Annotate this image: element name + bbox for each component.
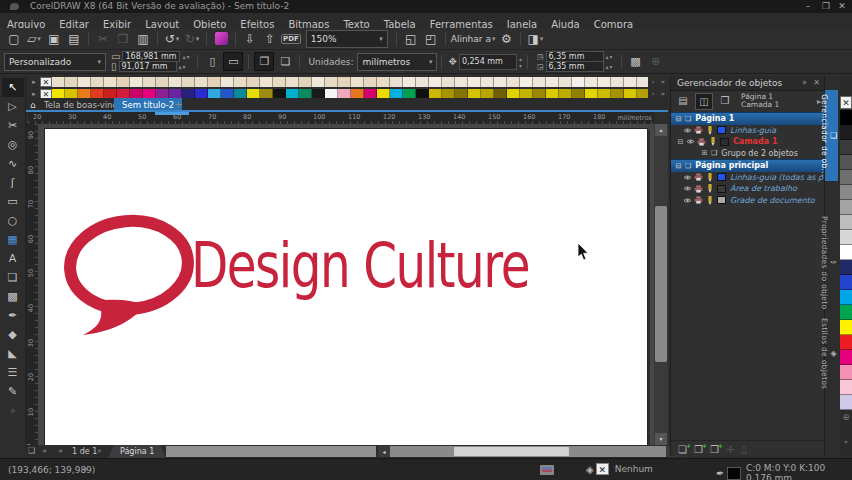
- first-page-button[interactable]: ◂: [58, 446, 62, 455]
- color-swatch[interactable]: [598, 77, 611, 87]
- tree-row-page[interactable]: ⊟❏Página 1: [671, 112, 825, 125]
- trash-button[interactable]: ▯: [741, 444, 747, 455]
- page-height-field[interactable]: 91,017 mm: [119, 61, 177, 72]
- nudge-field[interactable]: 0,254 mm: [459, 54, 517, 70]
- color-swatch[interactable]: [468, 89, 481, 99]
- options-gear-icon[interactable]: ⚙: [497, 30, 515, 48]
- palette-flyout-icon[interactable]: ▸: [28, 90, 40, 98]
- print-icon[interactable]: ▤: [65, 30, 83, 48]
- hscroll-left-button[interactable]: ◂: [378, 446, 390, 457]
- palette-expand-icon[interactable]: »: [840, 438, 852, 446]
- color-swatch[interactable]: [117, 89, 130, 99]
- color-swatch[interactable]: [182, 77, 195, 87]
- open-folder-icon[interactable]: ▱▾: [25, 30, 43, 48]
- restore-button[interactable]: ❐: [818, 0, 834, 12]
- undo-icon[interactable]: ↺▾: [163, 30, 181, 48]
- color-swatch[interactable]: [840, 110, 852, 125]
- copy-icon[interactable]: ❐: [114, 30, 132, 48]
- drawing-canvas[interactable]: Design Culture: [38, 124, 654, 445]
- tab-object-manager[interactable]: ❏Gerenciador de ob...: [825, 90, 838, 181]
- color-swatch[interactable]: [494, 77, 507, 87]
- color-swatch[interactable]: [840, 200, 852, 215]
- color-swatch[interactable]: [840, 170, 852, 185]
- drop-shadow-tool[interactable]: ❏: [2, 268, 24, 287]
- palette-scroll-icon[interactable]: ›: [648, 90, 658, 98]
- show-rulers-icon[interactable]: ◰: [422, 30, 440, 48]
- color-swatch[interactable]: [91, 77, 104, 87]
- color-swatch[interactable]: [169, 89, 182, 99]
- tab-object-properties[interactable]: ✑Propriedades do objeto: [825, 212, 838, 313]
- horizontal-scroll-thumb[interactable]: [454, 447, 569, 456]
- color-swatch[interactable]: [416, 77, 429, 87]
- color-swatch[interactable]: [840, 335, 852, 350]
- color-swatch[interactable]: [840, 350, 852, 365]
- color-swatch[interactable]: [455, 89, 468, 99]
- color-swatch[interactable]: [585, 77, 598, 87]
- color-swatch[interactable]: [840, 395, 852, 410]
- layer-name[interactable]: Linhas-guia: [730, 126, 776, 135]
- delete-layer-button[interactable]: ✛: [726, 444, 734, 455]
- edit-across-layers-button[interactable]: ◫: [695, 93, 713, 110]
- page-flip-icon[interactable]: ❏: [28, 446, 35, 455]
- redo-icon[interactable]: ↻▾: [183, 30, 201, 48]
- duplicate-x-stepper[interactable]: ▴▾: [606, 53, 614, 60]
- layer-color-swatch[interactable]: [720, 138, 729, 146]
- pdf-icon[interactable]: PDF: [281, 30, 301, 48]
- color-swatch[interactable]: [195, 77, 208, 87]
- color-swatch[interactable]: [546, 89, 559, 99]
- tree-row-layer[interactable]: Área de trabalho: [671, 183, 825, 195]
- layer-color-swatch[interactable]: [717, 126, 726, 134]
- docker-close-icon[interactable]: ✕: [813, 78, 820, 87]
- color-swatch[interactable]: [494, 89, 507, 99]
- color-swatch[interactable]: [403, 89, 416, 99]
- color-swatch[interactable]: [325, 89, 338, 99]
- color-swatch[interactable]: [840, 230, 852, 245]
- palette-expand-icon[interactable]: »: [658, 90, 668, 98]
- cut-icon[interactable]: ✂: [94, 30, 112, 48]
- visibility-eye-icon[interactable]: [682, 127, 693, 134]
- horizontal-scrollbar[interactable]: [390, 446, 666, 457]
- tree-row-layer[interactable]: Linhas-guia (todas as p: [671, 172, 825, 184]
- no-color-swatch[interactable]: ✕: [40, 89, 52, 99]
- color-swatch[interactable]: [247, 89, 260, 99]
- color-swatch[interactable]: [273, 77, 286, 87]
- transparency-tool[interactable]: ▩: [2, 287, 24, 306]
- layer-name[interactable]: Grade de documento: [730, 196, 815, 205]
- color-swatch[interactable]: [299, 77, 312, 87]
- color-swatch[interactable]: [624, 89, 637, 99]
- shape-tool[interactable]: ▷: [2, 97, 24, 116]
- width-stepper[interactable]: ▴▾: [182, 53, 190, 60]
- color-swatch[interactable]: [429, 77, 442, 87]
- editable-icon[interactable]: [707, 137, 718, 146]
- color-swatch[interactable]: [65, 77, 78, 87]
- palette-add-icon[interactable]: ⊕: [840, 412, 852, 422]
- color-swatch[interactable]: [507, 89, 520, 99]
- color-swatch[interactable]: [338, 89, 351, 99]
- color-swatch[interactable]: [507, 77, 520, 87]
- launcher-secondary-button[interactable]: ⊕: [647, 53, 665, 70]
- color-swatch[interactable]: [338, 77, 351, 87]
- height-stepper[interactable]: ▴▾: [179, 63, 187, 70]
- color-swatch[interactable]: [130, 89, 143, 99]
- page-preset-select[interactable]: Personalizado ▾: [4, 53, 106, 71]
- printable-icon[interactable]: [693, 173, 704, 181]
- color-swatch[interactable]: [624, 77, 637, 87]
- color-swatch[interactable]: [143, 77, 156, 87]
- treat-as-filled-button[interactable]: ▩: [627, 53, 645, 70]
- color-swatch[interactable]: [377, 89, 390, 99]
- color-swatch[interactable]: [840, 140, 852, 155]
- monitor-icon[interactable]: [540, 465, 554, 475]
- paste-icon[interactable]: ▥: [134, 30, 152, 48]
- tree-row-group[interactable]: ⊞❏Grupo de 2 objetos: [671, 148, 825, 160]
- color-swatch[interactable]: [325, 77, 338, 87]
- editable-icon[interactable]: [704, 184, 715, 193]
- printable-icon[interactable]: [693, 126, 704, 134]
- color-swatch[interactable]: [585, 89, 598, 99]
- color-swatch[interactable]: [78, 89, 91, 99]
- visibility-eye-icon[interactable]: [685, 138, 696, 145]
- color-swatch[interactable]: [390, 77, 403, 87]
- color-swatch[interactable]: [546, 77, 559, 87]
- editable-icon[interactable]: [704, 173, 715, 182]
- logo-speech-bubble[interactable]: [57, 213, 197, 343]
- color-swatch[interactable]: [533, 89, 546, 99]
